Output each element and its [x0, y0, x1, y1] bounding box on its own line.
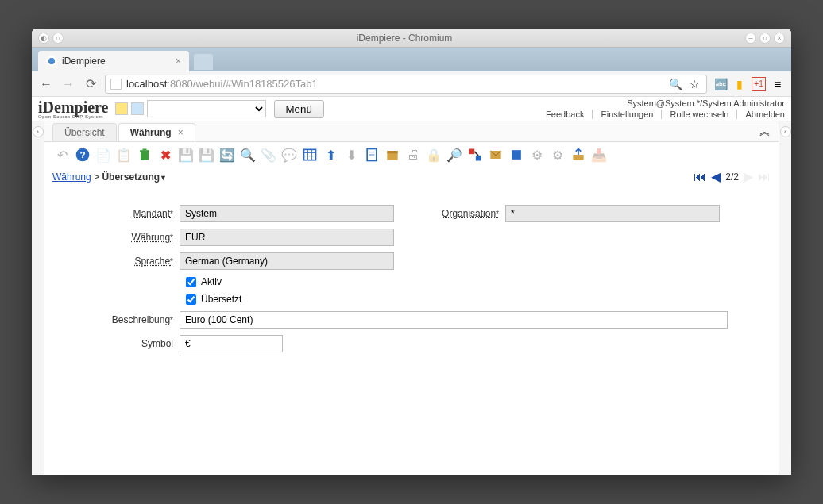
archive-icon[interactable] [383, 145, 402, 164]
breadcrumb-dropdown-icon[interactable]: ▼ [160, 174, 167, 182]
new-record-icon[interactable] [115, 102, 128, 115]
save-icon[interactable]: 💾 [176, 145, 195, 164]
tab-currency[interactable]: Währung × [118, 123, 195, 141]
attachment-icon[interactable]: 📎 [259, 145, 278, 164]
first-record-icon[interactable]: ⏮ [694, 170, 706, 184]
main-row: › Übersicht Währung × ︽ ↶ ? 📄 📋 [32, 121, 791, 475]
forward-button[interactable]: → [60, 76, 76, 92]
new-tab-button[interactable] [194, 54, 213, 70]
gplus-icon[interactable]: +1 [752, 77, 766, 91]
maximize-icon[interactable]: ○ [759, 33, 771, 44]
feedback-link[interactable]: Feedback [538, 110, 593, 119]
header-links: Feedback Einstellungen Rolle wechseln Ab… [538, 110, 785, 119]
label-language: Sprache* [68, 256, 180, 267]
browser-tab[interactable]: iDempiere × [38, 51, 189, 71]
report-icon[interactable] [362, 145, 381, 164]
process-icon[interactable]: ⚙ [527, 145, 547, 164]
workflow-icon[interactable] [466, 145, 485, 164]
logo-tagline: Open Source ERP System [38, 114, 109, 119]
chevron-right-icon: › [33, 126, 44, 137]
product-info-icon[interactable] [507, 145, 526, 164]
reload-button[interactable]: ⟳ [83, 76, 99, 92]
logo: iDempiere Open Source ERP System [38, 98, 109, 119]
field-currency[interactable] [180, 229, 394, 246]
delete-icon[interactable] [135, 145, 154, 164]
new-icon[interactable]: 📄 [94, 145, 113, 164]
request-icon[interactable] [486, 145, 505, 164]
close-window-icon[interactable]: × [774, 33, 785, 44]
export-icon[interactable] [569, 145, 588, 164]
undo-icon[interactable]: ↶ [52, 145, 71, 164]
checkbox-active-row: Aktiv [186, 276, 222, 287]
checkbox-active[interactable] [186, 277, 196, 287]
right-panel-toggle[interactable]: ‹ [779, 121, 791, 475]
browser-toolbar: ← → ⟳ localhost:8080/webui/#Win18185526T… [32, 71, 791, 97]
minimize-icon[interactable]: – [745, 33, 756, 44]
breadcrumb-row: Währung > Übersetzung▼ ⏮ ◀ 2/2 ▶ ⏭ [44, 167, 779, 189]
grid-toggle-icon[interactable] [300, 145, 319, 164]
copy-icon[interactable]: 📋 [114, 145, 133, 164]
cancel-icon[interactable]: ✖ [156, 145, 175, 164]
menu-button[interactable]: Menü [274, 100, 324, 118]
collapse-icon[interactable]: ︽ [759, 125, 771, 139]
lock-icon[interactable]: 🔒 [424, 145, 443, 164]
detail-down-icon[interactable]: ⬇ [342, 145, 361, 164]
help-icon[interactable]: ? [73, 145, 92, 164]
window-title: iDempiere - Chromium [64, 33, 745, 44]
quick-select[interactable] [147, 100, 266, 117]
zoom-across-icon[interactable]: 🔎 [445, 145, 464, 164]
svg-rect-2 [141, 152, 149, 160]
open-record-icon[interactable] [131, 102, 144, 115]
chevron-left-icon: ‹ [780, 126, 791, 137]
svg-rect-16 [476, 156, 481, 161]
prev-record-icon[interactable]: ◀ [711, 169, 721, 184]
gear-icon[interactable]: ⚙ [548, 145, 567, 164]
import-icon[interactable]: 📥 [589, 145, 609, 164]
extension-icon[interactable]: ▮ [732, 77, 747, 91]
find-icon[interactable]: 🔍 [238, 145, 257, 164]
field-org[interactable] [505, 205, 720, 222]
field-symbol[interactable] [180, 335, 283, 352]
breadcrumb: Währung > Übersetzung▼ [52, 171, 167, 183]
tab-overview[interactable]: Übersicht [52, 123, 117, 141]
address-bar[interactable]: localhost:8080/webui/#Win18185526Tab1 🔍 … [105, 75, 707, 94]
field-description[interactable] [180, 311, 728, 329]
label-currency: Währung* [68, 232, 180, 243]
breadcrumb-parent[interactable]: Währung [52, 171, 91, 183]
label-description: Beschreibung* [68, 314, 180, 325]
refresh-icon[interactable]: 🔄 [218, 145, 237, 164]
logout-link[interactable]: Abmelden [737, 110, 785, 119]
next-record-icon[interactable]: ▶ [744, 169, 753, 184]
settings-link[interactable]: Einstellungen [593, 110, 662, 119]
svg-rect-14 [387, 151, 397, 153]
breadcrumb-current: Übersetzung [102, 171, 160, 183]
url-text: localhost:8080/webui/#Win18185526Tab1 [126, 78, 318, 90]
back-button[interactable]: ← [38, 76, 54, 92]
label-org: Organisation* [410, 208, 505, 219]
last-record-icon[interactable]: ⏭ [758, 170, 771, 184]
page-icon [110, 79, 122, 90]
chat-icon[interactable]: 💬 [280, 145, 299, 164]
bookmark-star-icon[interactable]: ☆ [687, 77, 701, 91]
menu-icon[interactable]: ≡ [771, 77, 785, 91]
close-tab-icon[interactable]: × [178, 127, 184, 138]
header-right: System@System.*/System Administrator Fee… [538, 98, 785, 119]
left-panel-toggle[interactable]: › [32, 121, 44, 475]
record-position: 2/2 [725, 171, 739, 183]
pin-icon[interactable]: ○ [52, 33, 64, 44]
change-role-link[interactable]: Rolle wechseln [662, 110, 737, 119]
window-titlebar: ◐ ○ iDempiere - Chromium – ○ × [32, 29, 791, 48]
field-client[interactable] [180, 205, 394, 222]
zoom-icon[interactable]: 🔍 [668, 77, 682, 91]
svg-rect-5 [304, 149, 316, 160]
app-content: iDempiere Open Source ERP System Menü Sy… [32, 97, 791, 475]
checkbox-translated[interactable] [186, 294, 196, 305]
parent-up-icon[interactable]: ⬆ [321, 145, 340, 164]
svg-line-17 [474, 152, 478, 156]
close-tab-icon[interactable]: × [176, 56, 181, 67]
translate-icon[interactable]: 🔤 [713, 77, 728, 91]
print-icon[interactable]: 🖨 [404, 145, 423, 164]
logo-text: iDempiere [38, 98, 109, 116]
save-new-icon[interactable]: 💾 [197, 145, 216, 164]
field-language[interactable] [180, 252, 394, 270]
